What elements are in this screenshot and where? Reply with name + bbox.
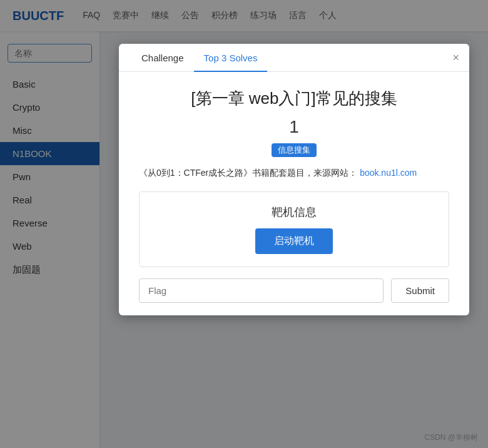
modal-tabs: Challenge Top 3 Solves × [119, 44, 469, 72]
submit-button[interactable]: Submit [391, 278, 449, 303]
tab-challenge[interactable]: Challenge [131, 44, 194, 72]
challenge-description: 《从0到1：CTFer成长之路》书籍配套题目，来源网站： book.nu1l.c… [139, 166, 449, 180]
tab-top-solves[interactable]: Top 3 Solves [194, 44, 268, 72]
challenge-title: [第一章 web入门]常见的搜集 [139, 87, 449, 109]
description-text: 《从0到1：CTFer成长之路》书籍配套题目，来源网站： [139, 168, 357, 178]
modal-body: [第一章 web入门]常见的搜集 1 信息搜集 《从0到1：CTFer成长之路》… [119, 72, 469, 315]
challenge-link[interactable]: book.nu1l.com [360, 168, 417, 178]
flag-row: Submit [139, 278, 449, 303]
tag-row: 信息搜集 [139, 143, 449, 157]
modal-container: Challenge Top 3 Solves × [第一章 web入门]常见的搜… [100, 31, 488, 448]
machine-title: 靶机信息 [152, 205, 436, 220]
flag-input[interactable] [139, 278, 384, 303]
machine-info-box: 靶机信息 启动靶机 [139, 191, 449, 267]
modal-box: Challenge Top 3 Solves × [第一章 web入门]常见的搜… [119, 44, 469, 315]
solve-count: 1 [139, 117, 449, 137]
start-machine-button[interactable]: 启动靶机 [255, 228, 333, 254]
challenge-tag: 信息搜集 [272, 143, 317, 157]
modal-close-button[interactable]: × [452, 52, 459, 63]
